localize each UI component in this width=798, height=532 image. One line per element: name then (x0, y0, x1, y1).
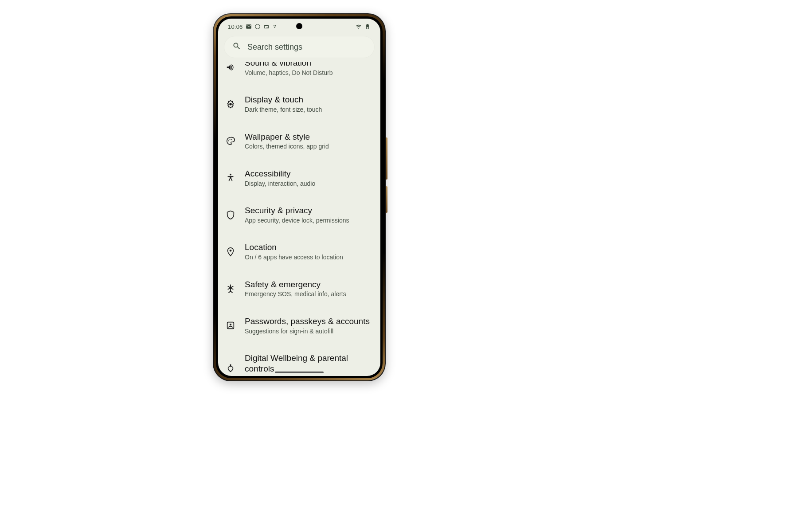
settings-item-subtitle: Suggestions for sign-in & autofill (245, 328, 370, 336)
settings-item-subtitle: On / 6 apps have access to location (245, 254, 343, 262)
asterisk-icon (224, 284, 237, 293)
pip-icon (263, 23, 270, 30)
svg-point-0 (273, 25, 274, 26)
palette-icon (224, 136, 237, 146)
gesture-nav-handle[interactable] (275, 372, 324, 373)
volume-icon (224, 63, 237, 72)
settings-item-subtitle: Volume, haptics, Do Not Disturb (245, 69, 332, 77)
volume-button (386, 137, 387, 180)
settings-item-security[interactable]: Security & privacy App security, device … (218, 196, 380, 233)
settings-item-title: Wallpaper & style (245, 132, 329, 142)
settings-item-title: Security & privacy (245, 205, 349, 216)
svg-point-1 (275, 25, 276, 26)
settings-item-accessibility[interactable]: Accessibility Display, interaction, audi… (218, 160, 380, 196)
svg-point-10 (230, 324, 231, 325)
settings-item-safety[interactable]: Safety & emergency Emergency SOS, medica… (218, 270, 380, 307)
shield-icon (224, 210, 237, 220)
gmail-icon (246, 23, 252, 30)
circle-icon (254, 23, 261, 30)
svg-point-11 (230, 364, 231, 366)
settings-item-title: Safety & emergency (245, 279, 346, 290)
power-button (386, 186, 387, 213)
dots-icon (272, 23, 278, 30)
settings-item-sound[interactable]: Sound & vibration Volume, haptics, Do No… (218, 62, 380, 86)
settings-item-subtitle: Display, interaction, audio (245, 180, 315, 188)
settings-item-title: Sound & vibration (245, 62, 332, 68)
wifi-icon (356, 23, 362, 30)
svg-point-7 (230, 174, 231, 176)
settings-item-location[interactable]: Location On / 6 apps have access to loca… (218, 233, 380, 270)
svg-point-5 (230, 139, 231, 140)
settings-item-display[interactable]: Display & touch Dark theme, font size, t… (218, 86, 380, 122)
search-icon (232, 42, 241, 52)
account-box-icon (224, 321, 237, 330)
status-time: 10:06 (228, 23, 243, 30)
settings-item-subtitle: Screen time, app timers, bedtime schedul… (245, 375, 372, 376)
svg-point-4 (228, 141, 229, 141)
settings-item-title: Display & touch (245, 94, 322, 105)
settings-item-subtitle: Emergency SOS, medical info, alerts (245, 290, 346, 298)
battery-icon (364, 23, 371, 30)
location-pin-icon (224, 247, 237, 257)
svg-point-2 (274, 27, 275, 28)
settings-item-title: Location (245, 242, 343, 253)
settings-item-title: Passwords, passkeys & accounts (245, 316, 370, 327)
svg-point-3 (229, 103, 232, 106)
search-settings-field[interactable]: Search settings (224, 36, 374, 58)
settings-item-title: Digital Wellbeing & parental controls (245, 353, 372, 374)
front-camera-cutout (296, 23, 302, 29)
accessibility-icon (224, 173, 237, 183)
svg-point-8 (230, 250, 232, 252)
wellbeing-icon (224, 363, 237, 373)
svg-point-6 (231, 139, 232, 140)
settings-item-subtitle: App security, device lock, permissions (245, 217, 349, 225)
phone-screen: 10:06 (218, 19, 380, 376)
brightness-icon (224, 99, 237, 109)
settings-item-subtitle: Dark theme, font size, touch (245, 106, 322, 114)
phone-device-frame: 10:06 (213, 13, 386, 381)
settings-item-passwords[interactable]: Passwords, passkeys & accounts Suggestio… (218, 307, 380, 344)
settings-item-subtitle: Colors, themed icons, app grid (245, 143, 329, 151)
settings-item-title: Accessibility (245, 168, 315, 179)
settings-item-wallpaper[interactable]: Wallpaper & style Colors, themed icons, … (218, 123, 380, 160)
search-placeholder: Search settings (247, 43, 302, 52)
settings-list[interactable]: Sound & vibration Volume, haptics, Do No… (218, 62, 380, 376)
